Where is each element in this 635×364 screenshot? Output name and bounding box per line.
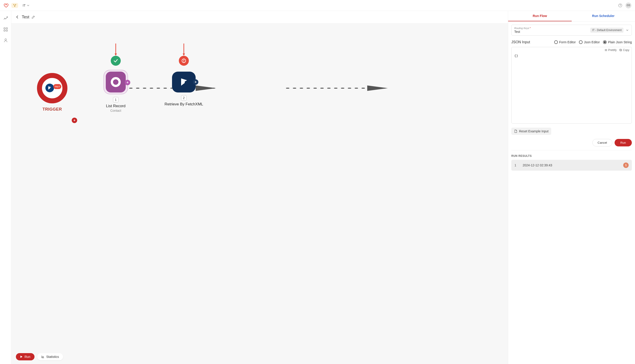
chart-icon <box>41 355 45 358</box>
svg-point-2 <box>14 6 15 7</box>
dynamics-icon <box>45 84 54 92</box>
run-results-label: RUN RESULTS <box>511 154 632 158</box>
project-dropdown[interactable]: IT <box>23 4 30 7</box>
back-chevron-icon[interactable] <box>16 15 20 19</box>
node-retrieve-fetchxml[interactable]: + 2 Retrieve By FetchXML <box>159 70 209 106</box>
step-title: Retrieve By FetchXML <box>159 102 209 106</box>
json-input-area: Prettify Copy {} <box>511 47 632 124</box>
result-badge: 1 <box>623 162 629 168</box>
json-textarea[interactable]: {} <box>512 53 631 123</box>
prettify-icon <box>604 49 607 52</box>
json-input-label: JSON Input <box>511 40 551 44</box>
svg-rect-17 <box>605 49 607 50</box>
statistics-label: Statistics <box>46 355 59 358</box>
svg-rect-19 <box>605 50 607 51</box>
environment-tag: IT - Default Environment <box>590 28 623 33</box>
step-number: 1 <box>113 97 118 102</box>
http-chip: http:// <box>53 84 61 89</box>
cancel-button[interactable]: Cancel <box>592 139 612 146</box>
add-after-node-button[interactable]: + <box>125 80 130 85</box>
right-tabs: Run Flow Run Scheduler <box>508 11 635 22</box>
routing-keys-field[interactable]: Routing Keys* Test IT - Default Environm… <box>511 25 632 36</box>
step-number: 2 <box>181 95 186 101</box>
file-icon <box>514 130 517 133</box>
svg-point-4 <box>620 6 620 6</box>
nav-apps-icon[interactable] <box>4 27 8 32</box>
svg-point-0 <box>13 4 14 5</box>
add-after-node-button[interactable]: + <box>193 79 198 85</box>
copy-button[interactable]: Copy <box>619 48 629 52</box>
svg-point-1 <box>15 4 16 5</box>
canvas-run-label: Run <box>25 355 31 358</box>
reset-label: Reset Example Input <box>519 130 549 133</box>
status-error-icon <box>179 56 189 66</box>
svg-rect-8 <box>6 30 8 31</box>
routing-label: Routing Keys <box>514 27 529 30</box>
canvas-run-button[interactable]: Run <box>16 353 35 360</box>
chevron-down-icon[interactable] <box>626 28 629 32</box>
svg-rect-5 <box>4 28 5 29</box>
arrow-down-icon <box>182 44 185 56</box>
record-ring-icon <box>111 77 121 87</box>
copy-icon <box>619 49 622 52</box>
result-index: 1 <box>515 164 517 167</box>
node-list-record[interactable]: + 1 List Record Contact <box>91 70 141 112</box>
step-subtitle: Contact <box>91 109 141 112</box>
radio-icon <box>603 40 607 44</box>
canvas-title: Test <box>22 15 29 20</box>
routing-value: Test <box>514 30 588 34</box>
right-panel: Run Flow Run Scheduler Routing Keys* Tes… <box>508 11 635 364</box>
canvas-header: Test <box>11 11 508 23</box>
app-logo <box>4 3 9 8</box>
project-chip <box>11 3 18 8</box>
project-code: IT <box>23 4 26 7</box>
svg-point-9 <box>5 39 6 40</box>
radio-form-editor[interactable]: Form Editor <box>554 40 576 44</box>
arrow-down-icon <box>114 44 117 56</box>
nav-users-icon[interactable] <box>4 38 8 42</box>
help-icon[interactable] <box>618 4 622 8</box>
radio-json-editor[interactable]: Json Editor <box>579 40 600 44</box>
result-timestamp: 2024-12-12 02:39:43 <box>523 164 618 167</box>
radio-icon <box>579 40 583 44</box>
side-rail <box>0 11 11 364</box>
user-avatar[interactable]: CO <box>625 2 631 8</box>
prettify-button[interactable]: Prettify <box>604 48 617 52</box>
svg-rect-6 <box>6 28 8 29</box>
statistics-button[interactable]: Statistics <box>37 353 63 360</box>
trigger-node[interactable]: http:// + TRIGGER <box>30 73 75 112</box>
run-result-row[interactable]: 1 2024-12-12 02:39:43 1 <box>511 160 632 171</box>
chevron-down-icon <box>27 4 30 7</box>
radio-plain-json[interactable]: Plain Json String <box>603 40 632 44</box>
nav-flows-icon[interactable] <box>4 16 8 21</box>
svg-point-16 <box>184 62 184 62</box>
add-step-button[interactable]: + <box>72 118 77 123</box>
trigger-label: TRIGGER <box>30 107 75 112</box>
svg-rect-18 <box>605 50 607 50</box>
step-title: List Record <box>91 104 141 108</box>
svg-rect-7 <box>4 30 5 31</box>
edit-icon[interactable] <box>32 15 35 19</box>
tab-run-flow[interactable]: Run Flow <box>508 11 572 21</box>
status-success-icon <box>111 56 121 66</box>
reset-example-button[interactable]: Reset Example Input <box>511 128 551 135</box>
tab-run-scheduler[interactable]: Run Scheduler <box>572 11 635 21</box>
play-icon <box>20 356 23 358</box>
canvas-body[interactable]: http:// + TRIGGER <box>11 23 508 364</box>
radio-icon <box>554 40 558 44</box>
dynamics-logo-icon <box>179 78 188 86</box>
canvas-pane: Test <box>11 11 508 364</box>
flow-mini-icon <box>13 4 16 7</box>
top-bar: IT CO <box>0 0 635 11</box>
run-button[interactable]: Run <box>614 139 632 146</box>
